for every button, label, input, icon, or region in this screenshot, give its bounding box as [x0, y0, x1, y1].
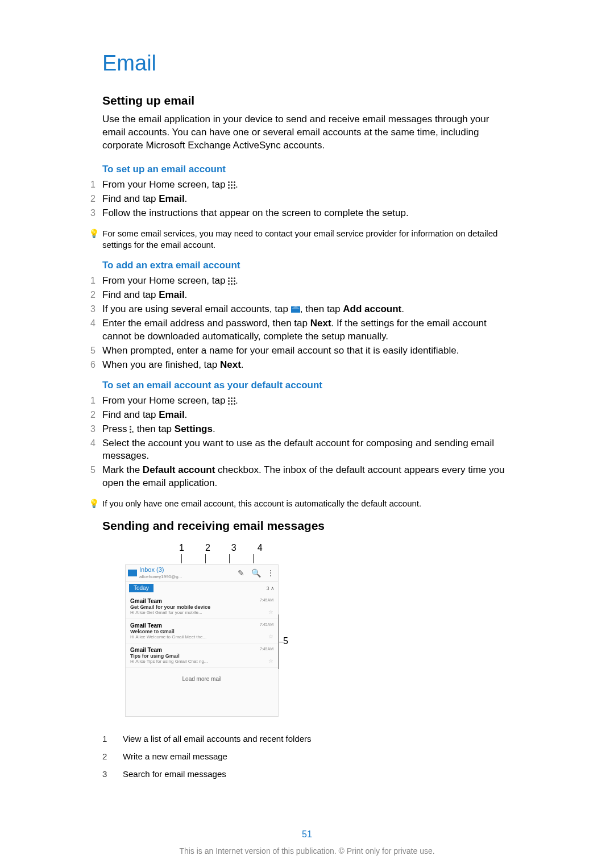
today-badge: Today: [129, 584, 154, 592]
page-number: 51: [0, 829, 614, 840]
callout-1: 1: [179, 543, 184, 553]
callout-5: 5: [283, 636, 288, 646]
figure-legend: 1View a list of all email accounts and r…: [102, 734, 512, 779]
lightbulb-icon: 💡: [85, 498, 102, 509]
proc-setup-steps: 1From your Home screen, tap . 2Find and …: [102, 178, 512, 220]
star-icon[interactable]: ☆: [268, 609, 273, 615]
proc-add-heading: To add an extra email account: [102, 260, 512, 271]
callout-3: 3: [231, 543, 237, 553]
star-icon[interactable]: ☆: [268, 633, 273, 639]
email-item[interactable]: Gmail Team Welcome to Gmail Hi Alice Wel…: [126, 619, 278, 643]
today-count: 3 ∧: [266, 585, 275, 591]
load-more-button[interactable]: Load more mail: [126, 668, 278, 716]
tip-default: 💡 If you only have one email account, th…: [102, 498, 512, 509]
intro-text: Use the email application in your device…: [102, 113, 512, 152]
envelope-icon: [291, 306, 300, 313]
compose-icon[interactable]: ✎: [234, 568, 248, 578]
email-app-figure: 1 2 3 4 Inbox (3)alicehoney1990@g... ✎ 🔍…: [102, 543, 279, 717]
email-item[interactable]: Gmail Team Tips for using Gmail Hi Alice…: [126, 643, 278, 668]
apps-grid-icon: [228, 397, 235, 405]
phone-screenshot: Inbox (3)alicehoney1990@g... ✎ 🔍 ⋮ Today…: [125, 564, 279, 717]
section-sending-heading: Sending and receiving email messages: [102, 519, 512, 533]
proc-add-steps: 1From your Home screen, tap . 2Find and …: [102, 275, 512, 372]
proc-default-steps: 1From your Home screen, tap . 2Find and …: [102, 394, 512, 491]
callout-2: 2: [205, 543, 210, 553]
envelope-icon: [128, 570, 137, 576]
callout-4: 4: [258, 543, 263, 553]
apps-grid-icon: [228, 277, 235, 285]
footer-note: This is an Internet version of this publ…: [0, 846, 614, 855]
overflow-icon[interactable]: ⋮: [263, 568, 278, 578]
tip-setup: 💡 For some email services, you may need …: [102, 228, 512, 251]
proc-default-heading: To set an email account as your default …: [102, 380, 512, 391]
lightbulb-icon: 💡: [85, 228, 102, 251]
email-item[interactable]: Gmail Team Get Gmail for your mobile dev…: [126, 595, 278, 619]
star-icon[interactable]: ☆: [268, 658, 273, 664]
page-title: Email: [102, 51, 512, 76]
apps-grid-icon: [228, 181, 235, 189]
search-icon[interactable]: 🔍: [248, 568, 263, 578]
proc-setup-heading: To set up an email account: [102, 164, 512, 175]
section-setting-up-heading: Setting up email: [102, 94, 512, 107]
